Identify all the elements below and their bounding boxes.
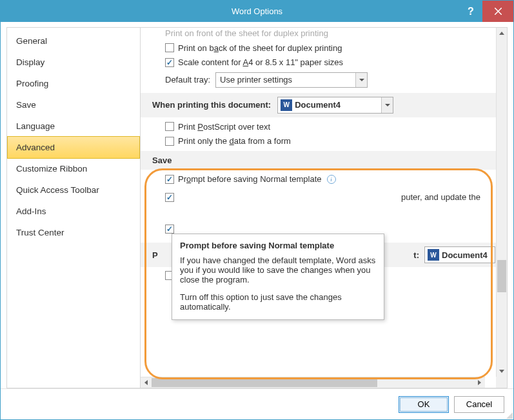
sidebar-item-trust-center[interactable]: Trust Center xyxy=(7,222,140,243)
sidebar-item-qat[interactable]: Quick Access Toolbar xyxy=(7,179,140,201)
word-options-dialog: Word Options ? General Display Proofing … xyxy=(0,0,514,420)
scroll-left-button[interactable] xyxy=(141,377,152,388)
sidebar-item-language[interactable]: Language xyxy=(7,115,140,137)
document-select-preserve[interactable]: W Document4 xyxy=(424,246,495,263)
option-postscript-row: Print PostScript over text xyxy=(165,121,495,133)
content-panel: Print on front of the sheet for duplex p… xyxy=(141,27,508,388)
close-button[interactable] xyxy=(482,1,513,22)
partial-text: puter, and update the xyxy=(401,192,480,203)
option-scale-row: Scale content for A4 or 8.5 x 11" paper … xyxy=(165,57,495,68)
default-tray-label: Default tray: xyxy=(165,74,210,86)
label-formdata: Print only the data from a form xyxy=(178,135,291,147)
chevron-down-icon xyxy=(381,97,393,113)
tooltip-body: If you have changed the default template… xyxy=(180,255,376,312)
sidebar-item-customize-ribbon[interactable]: Customize Ribbon xyxy=(7,158,140,179)
group-when-printing: When printing this document: W Document4 xyxy=(141,93,507,117)
sidebar-item-proofing[interactable]: Proofing xyxy=(7,73,140,94)
sidebar: General Display Proofing Save Language A… xyxy=(6,27,141,388)
close-icon xyxy=(495,8,502,15)
checkbox-prompt-normal[interactable] xyxy=(165,175,174,184)
scroll-thumb-h[interactable] xyxy=(152,378,377,387)
checkbox-print-back[interactable] xyxy=(165,43,174,52)
ok-button[interactable]: OK xyxy=(399,396,449,413)
cancel-button[interactable]: Cancel xyxy=(454,396,504,413)
resize-grip[interactable] xyxy=(504,410,513,419)
option-formdata-row: Print only the data from a form xyxy=(165,135,495,147)
window-title: Word Options xyxy=(232,6,282,16)
help-button[interactable]: ? xyxy=(459,1,482,22)
scroll-right-button[interactable] xyxy=(474,377,485,388)
default-tray-row: Default tray: Use printer settings xyxy=(165,72,495,88)
scroll-up-button[interactable] xyxy=(497,28,507,39)
sidebar-item-addins[interactable]: Add-Ins xyxy=(7,201,140,222)
option-hidden-1: puter, and update the xyxy=(165,192,495,203)
label-prompt-normal: Prompt before saving Normal template xyxy=(178,174,322,185)
scroll-thumb-v[interactable] xyxy=(497,260,506,292)
vertical-scrollbar[interactable] xyxy=(496,28,507,377)
sidebar-item-advanced[interactable]: Advanced xyxy=(7,136,140,159)
label-print-back: Print on back of the sheet for duplex pr… xyxy=(178,43,342,54)
sidebar-item-display[interactable]: Display xyxy=(7,52,140,73)
sidebar-item-save[interactable]: Save xyxy=(7,94,140,115)
word-icon: W xyxy=(281,99,292,111)
option-print-back-row: Print on back of the sheet for duplex pr… xyxy=(165,43,495,54)
checkbox-hidden-2[interactable] xyxy=(165,225,174,234)
chevron-down-icon xyxy=(355,73,367,87)
option-hidden-2 xyxy=(165,225,495,234)
tooltip-title: Prompt before saving Normal template xyxy=(180,241,376,250)
checkbox-formdata[interactable] xyxy=(165,137,174,146)
word-icon: W xyxy=(428,249,439,261)
dialog-footer: OK Cancel xyxy=(1,388,513,419)
sidebar-item-general[interactable]: General xyxy=(7,30,140,52)
titlebar: Word Options ? xyxy=(1,1,513,22)
label-postscript: Print PostScript over text xyxy=(178,121,270,133)
checkbox-hidden-1[interactable] xyxy=(165,193,174,202)
group-save: Save xyxy=(141,151,507,170)
scroll-down-button[interactable] xyxy=(497,366,507,377)
document-select-printing[interactable]: W Document4 xyxy=(277,97,393,114)
option-prompt-row: Prompt before saving Normal template i xyxy=(165,174,495,185)
label-scale-content: Scale content for A4 or 8.5 x 11" paper … xyxy=(178,57,343,68)
info-icon[interactable]: i xyxy=(327,175,336,184)
horizontal-scrollbar[interactable] xyxy=(141,377,485,388)
default-tray-select[interactable]: Use printer settings xyxy=(215,72,368,88)
checkbox-scale-content[interactable] xyxy=(165,58,174,67)
tooltip: Prompt before saving Normal template If … xyxy=(172,234,384,320)
checkbox-postscript[interactable] xyxy=(165,122,174,131)
option-print-front: Print on front of the sheet for duplex p… xyxy=(165,28,495,39)
